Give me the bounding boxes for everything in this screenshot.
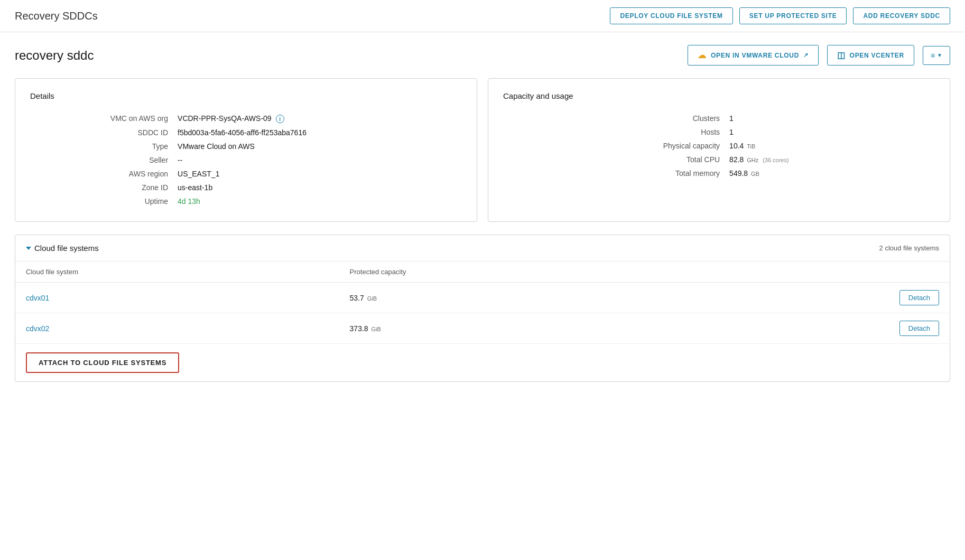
sddc-id-value: f5bd003a-5fa6-4056-aff6-ff253aba7616: [178, 126, 461, 139]
top-nav: Recovery SDDCs DEPLOY CLOUD FILE SYSTEM …: [0, 0, 965, 32]
total-memory-unit: GB: [751, 171, 759, 177]
cloud-file-systems-table: Cloud file system Protected capacity cdv…: [15, 262, 950, 344]
total-cpu-value: 82.8 GHz (36 cores): [729, 153, 934, 166]
cfs-capacity-2: 373.8 GiB: [339, 313, 682, 344]
page-content: recovery sddc ☁ OPEN IN VMWARE CLOUD ↗ ◫…: [0, 32, 965, 395]
open-vcenter-button[interactable]: ◫ OPEN VCENTER: [827, 45, 914, 66]
aws-region-label: AWS region: [31, 167, 177, 180]
open-vmware-cloud-button[interactable]: ☁ OPEN IN VMWARE CLOUD ↗: [688, 45, 819, 66]
col-header-actions: [681, 262, 950, 283]
table-row: Zone ID us-east-1b: [31, 181, 461, 194]
table-row: Physical capacity 10.4 TiB: [504, 139, 934, 152]
vmc-org-label: VMC on AWS org: [31, 112, 177, 125]
cfs-capacity-1: 53.7 GiB: [339, 283, 682, 313]
cfs-capacity-unit-2: GiB: [372, 326, 381, 332]
table-row: AWS region US_EAST_1: [31, 167, 461, 180]
table-row: cdvx01 53.7 GiB Detach: [15, 283, 950, 313]
total-cpu-note: (36 cores): [763, 157, 789, 163]
chevron-down-icon: ▼: [937, 52, 942, 58]
collapse-chevron-icon[interactable]: [26, 247, 31, 250]
capacity-card: Capacity and usage Clusters 1 Hosts 1: [488, 78, 950, 222]
cfs-section-label: Cloud file systems: [34, 244, 99, 253]
clusters-label: Clusters: [504, 112, 728, 125]
cfs-name-2: cdvx02: [15, 313, 339, 344]
cloud-file-systems-section: Cloud file systems 2 cloud file systems …: [15, 235, 950, 382]
table-row: Uptime 4d 13h: [31, 195, 461, 208]
type-value: VMware Cloud on AWS: [178, 140, 461, 153]
capacity-section-label: Capacity and usage: [503, 91, 935, 100]
cfs-actions-1: Detach: [681, 283, 950, 313]
cloud-icon: ☁: [698, 50, 707, 60]
attach-to-cloud-fs-button[interactable]: ATTACH TO CLOUD FILE SYSTEMS: [26, 352, 179, 373]
cfs-link-cdvx01[interactable]: cdvx01: [26, 294, 49, 302]
zone-id-label: Zone ID: [31, 181, 177, 194]
total-cpu-unit: GHz: [747, 157, 758, 163]
cfs-name-1: cdvx01: [15, 283, 339, 313]
sddc-title: recovery sddc: [15, 48, 679, 63]
table-row: cdvx02 373.8 GiB Detach: [15, 313, 950, 344]
add-recovery-sddc-button[interactable]: ADD RECOVERY SDDC: [853, 7, 950, 24]
seller-value: --: [178, 154, 461, 166]
vcenter-icon: ◫: [837, 50, 846, 60]
sddc-id-label: SDDC ID: [31, 126, 177, 139]
seller-label: Seller: [31, 154, 177, 166]
physical-capacity-label: Physical capacity: [504, 139, 728, 152]
detach-button-1[interactable]: Detach: [899, 290, 939, 305]
uptime-label: Uptime: [31, 195, 177, 208]
total-memory-label: Total memory: [504, 167, 728, 180]
zone-id-value: us-east-1b: [178, 181, 461, 194]
hosts-value: 1: [729, 126, 934, 138]
set-up-protected-site-button[interactable]: SET UP PROTECTED SITE: [739, 7, 847, 24]
table-row: Type VMware Cloud on AWS: [31, 140, 461, 153]
cfs-count: 2 cloud file systems: [879, 244, 939, 252]
table-header-row: Cloud file system Protected capacity: [15, 262, 950, 283]
cfs-capacity-unit-1: GiB: [367, 295, 377, 302]
table-row: Total CPU 82.8 GHz (36 cores): [504, 153, 934, 166]
page-title: Recovery SDDCs: [15, 10, 604, 22]
external-link-icon: ↗: [803, 52, 809, 59]
capacity-table: Clusters 1 Hosts 1 Physical capacity: [503, 111, 935, 181]
sddc-header: recovery sddc ☁ OPEN IN VMWARE CLOUD ↗ ◫…: [15, 45, 950, 66]
table-row: Total memory 549.8 GB: [504, 167, 934, 180]
clusters-value: 1: [729, 112, 934, 125]
physical-capacity-unit: TiB: [747, 143, 755, 150]
col-header-capacity: Protected capacity: [339, 262, 682, 283]
table-row: SDDC ID f5bd003a-5fa6-4056-aff6-ff253aba…: [31, 126, 461, 139]
cfs-header-left: Cloud file systems: [26, 244, 99, 253]
hosts-label: Hosts: [504, 126, 728, 138]
attach-btn-row: ATTACH TO CLOUD FILE SYSTEMS: [15, 344, 950, 381]
physical-capacity-value: 10.4 TiB: [729, 139, 934, 152]
table-row: Hosts 1: [504, 126, 934, 138]
total-memory-value: 549.8 GB: [729, 167, 934, 180]
col-header-name: Cloud file system: [15, 262, 339, 283]
uptime-value: 4d 13h: [178, 195, 461, 208]
type-label: Type: [31, 140, 177, 153]
details-section-label: Details: [30, 91, 462, 100]
more-actions-button[interactable]: ≡ ▼: [923, 46, 950, 65]
table-row: VMC on AWS org VCDR-PPR-SysQA-AWS-09 i: [31, 112, 461, 125]
details-card: Details VMC on AWS org VCDR-PPR-SysQA-AW…: [15, 78, 477, 222]
details-table: VMC on AWS org VCDR-PPR-SysQA-AWS-09 i S…: [30, 111, 462, 209]
info-icon[interactable]: i: [276, 115, 284, 123]
aws-region-value: US_EAST_1: [178, 167, 461, 180]
total-cpu-label: Total CPU: [504, 153, 728, 166]
deploy-cloud-fs-button[interactable]: DEPLOY CLOUD FILE SYSTEM: [610, 7, 732, 24]
table-row: Clusters 1: [504, 112, 934, 125]
vmc-org-value: VCDR-PPR-SysQA-AWS-09 i: [178, 112, 461, 125]
details-capacity-row: Details VMC on AWS org VCDR-PPR-SysQA-AW…: [15, 78, 950, 222]
cfs-section-header: Cloud file systems 2 cloud file systems: [15, 235, 950, 262]
hamburger-icon: ≡: [931, 51, 935, 60]
table-row: Seller --: [31, 154, 461, 166]
cfs-actions-2: Detach: [681, 313, 950, 344]
cfs-link-cdvx02[interactable]: cdvx02: [26, 324, 49, 333]
detach-button-2[interactable]: Detach: [899, 321, 939, 336]
